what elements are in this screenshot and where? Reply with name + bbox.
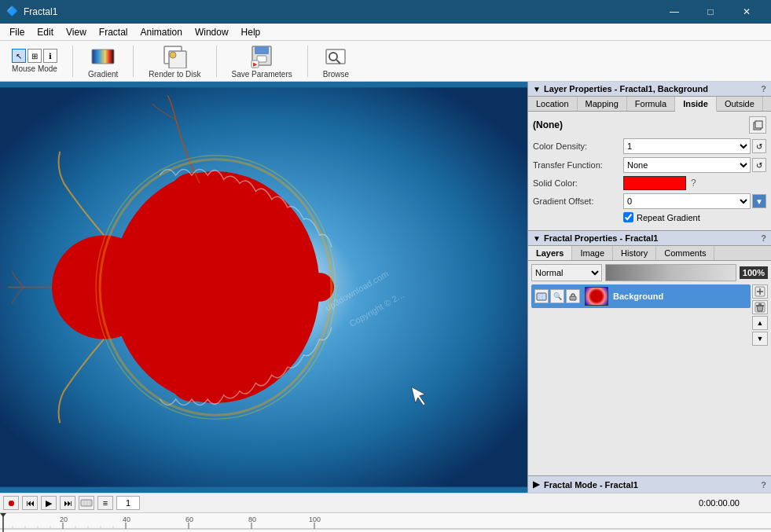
fp-tab-history[interactable]: History	[613, 246, 656, 260]
menu-fractal[interactable]: Fractal	[93, 25, 134, 39]
gradient-offset-arrow[interactable]: ▼	[752, 194, 766, 208]
render-group[interactable]: Render to Disk	[143, 41, 206, 81]
sep3	[216, 46, 217, 77]
solid-color-box[interactable]	[623, 176, 686, 190]
menu-window[interactable]: Window	[189, 25, 235, 39]
svg-point-18	[292, 248, 307, 263]
timeline-toggle-button[interactable]: ≡	[97, 496, 113, 510]
browse-group[interactable]: Browse	[318, 41, 354, 81]
move-down-btn[interactable]: ▼	[752, 332, 768, 346]
save-params-label: Save Parameters	[232, 70, 292, 79]
blend-mode-select[interactable]: Normal Multiply Screen	[531, 264, 602, 281]
gradient-group[interactable]: Gradient	[83, 41, 123, 81]
repeat-gradient-checkbox[interactable]	[623, 212, 633, 222]
svg-text:60: 60	[185, 515, 193, 523]
save-params-icon: ▶	[249, 43, 274, 68]
transfer-fn-control: None Linear Sqrt ↺	[623, 157, 766, 173]
repeat-gradient-label[interactable]: Repeat Gradient	[637, 213, 700, 222]
move-up-btn[interactable]: ▲	[752, 316, 768, 330]
transfer-fn-row: Transfer Function: None Linear Sqrt ↺	[533, 157, 766, 173]
tab-mapping[interactable]: Mapping	[578, 97, 627, 111]
fractal-mode-expand[interactable]: ▶	[533, 479, 539, 490]
canvas-area[interactable]: Copyright © 2... up3download.com	[0, 82, 527, 493]
tab-inside[interactable]: Inside	[675, 97, 717, 112]
sep2	[133, 46, 134, 77]
gradient-offset-select[interactable]: 0 1	[623, 193, 751, 209]
info-icon: ℹ	[43, 49, 57, 63]
gradient-offset-control: 0 1 ▼	[623, 193, 766, 209]
main-layout: Copyright © 2... up3download.com ▼ Layer…	[0, 82, 771, 493]
mouse-mode-label: Mouse Mode	[12, 64, 57, 73]
svg-marker-61	[0, 513, 6, 517]
fractal-props-collapse[interactable]: ▼	[533, 234, 541, 243]
minimize-button[interactable]: —	[656, 0, 692, 24]
titlebar: 🔷 Fractal1 — □ ✕	[0, 0, 771, 24]
tab-location[interactable]: Location	[528, 97, 578, 111]
menu-edit[interactable]: Edit	[31, 25, 60, 39]
delete-layer-btn[interactable]	[752, 300, 768, 314]
add-layer-btn[interactable]	[752, 284, 768, 299]
layer-name: Background	[613, 292, 747, 301]
layer-visible-btn[interactable]	[534, 289, 549, 303]
menu-view[interactable]: View	[60, 25, 93, 39]
transfer-fn-select[interactable]: None Linear Sqrt	[623, 157, 751, 173]
solid-color-help[interactable]: ?	[691, 178, 696, 189]
save-params-group[interactable]: ▶ Save Parameters	[226, 41, 298, 81]
fractal-properties-section: ▼ Fractal Properties - Fractal1 ? Layers…	[528, 231, 771, 493]
prev-keyframe-button[interactable]: ⏮	[22, 496, 38, 510]
layer-properties-title: Layer Properties - Fractal1, Background	[544, 84, 708, 94]
layers-content: Normal Multiply Screen 100%	[528, 261, 771, 475]
layer-solo-btn[interactable]: 🔍	[550, 289, 564, 303]
mouse-mode-group[interactable]: ↖ ⊞ ℹ Mouse Mode	[6, 46, 63, 75]
repeat-gradient-row: Repeat Gradient	[623, 212, 766, 222]
color-density-label: Color Density:	[533, 141, 623, 151]
layer-props-collapse[interactable]: ▼	[533, 85, 541, 94]
timeline-inner: 20 40 60 80 100	[0, 513, 771, 530]
svg-rect-0	[92, 50, 114, 64]
record-button[interactable]: ⏺	[3, 496, 19, 510]
toolbar: ↖ ⊞ ℹ Mouse Mode Gradient Render to Disk…	[0, 41, 771, 82]
layer-properties-help[interactable]: ?	[761, 84, 766, 94]
next-keyframe-button[interactable]: ⏭	[60, 496, 75, 510]
add-keyframe-button[interactable]	[79, 496, 94, 510]
play-button[interactable]: ▶	[41, 496, 57, 510]
menu-animation[interactable]: Animation	[134, 25, 189, 39]
fractal-properties-header: ▼ Fractal Properties - Fractal1 ?	[528, 231, 771, 246]
header-left: ▼ Layer Properties - Fractal1, Backgroun…	[533, 84, 708, 94]
frame-input[interactable]	[116, 496, 140, 510]
color-density-refresh[interactable]: ↺	[752, 139, 766, 153]
timeline-ruler: 20 40 60 80 100	[0, 513, 771, 530]
fp-tab-comments[interactable]: Comments	[656, 246, 714, 260]
close-button[interactable]: ✕	[729, 0, 765, 24]
svg-rect-5	[255, 46, 269, 54]
fractal-properties-help[interactable]: ?	[761, 233, 766, 243]
fractal-mode-bar: ▶ Fractal Mode - Fractal1 ?	[528, 475, 771, 493]
menu-help[interactable]: Help	[235, 25, 267, 39]
zoom-icon: ⊞	[28, 49, 42, 63]
tab-formula[interactable]: Formula	[627, 97, 675, 111]
svg-text:100: 100	[309, 515, 321, 523]
fractal-mode-help[interactable]: ?	[761, 480, 766, 490]
window-title: Fractal1	[24, 6, 656, 17]
tab-outside[interactable]: Outside	[717, 97, 763, 111]
render-label: Render to Disk	[149, 70, 200, 79]
right-panel: ▼ Layer Properties - Fractal1, Backgroun…	[527, 82, 771, 493]
fp-tabs: Layers Image History Comments	[528, 246, 771, 261]
svg-point-16	[170, 357, 215, 402]
svg-text:40: 40	[123, 515, 130, 523]
svg-point-3	[170, 52, 176, 58]
maximize-button[interactable]: □	[692, 0, 729, 24]
color-density-select[interactable]: 1 2 4	[623, 138, 751, 154]
inside-top-row: (None)	[533, 116, 766, 134]
layer-row-background[interactable]: 🔍 Background	[531, 284, 751, 308]
fp-tab-layers[interactable]: Layers	[528, 246, 572, 260]
fp-tab-image[interactable]: Image	[572, 246, 613, 260]
transfer-fn-refresh[interactable]: ↺	[752, 158, 766, 172]
layer-lock-btn[interactable]	[566, 289, 580, 303]
layer-thumbnail	[585, 287, 608, 306]
opacity-bar	[605, 264, 736, 281]
render-icon	[162, 43, 187, 68]
copy-button[interactable]	[749, 116, 766, 134]
menu-file[interactable]: File	[3, 25, 31, 39]
solid-color-row: Solid Color: ?	[533, 176, 766, 190]
